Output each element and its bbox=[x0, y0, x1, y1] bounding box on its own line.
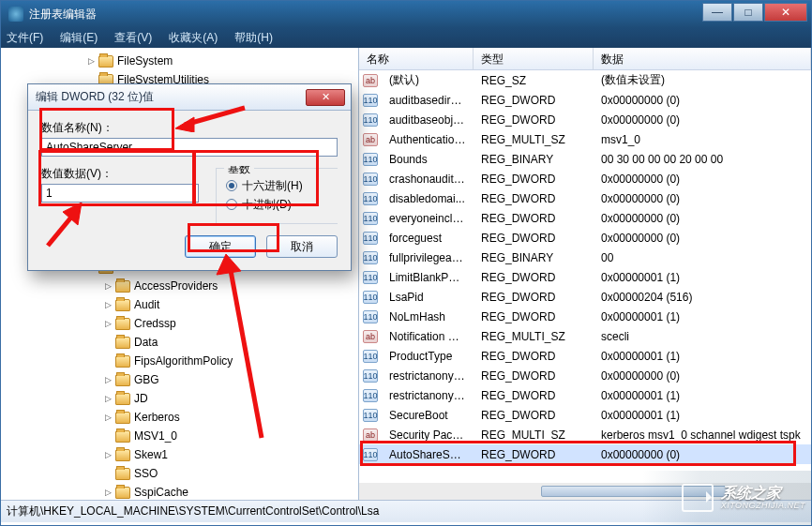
tree-item[interactable]: Data bbox=[1, 333, 358, 352]
menu-favorites[interactable]: 收藏夹(A) bbox=[169, 30, 218, 46]
tree-expander-icon[interactable] bbox=[102, 430, 113, 442]
tree-item[interactable]: ▷AccessProviders bbox=[1, 277, 358, 295]
col-data[interactable]: 数据 bbox=[594, 48, 811, 69]
tree-expander-icon[interactable]: ▷ bbox=[85, 55, 97, 67]
dialog-close-button[interactable]: ✕ bbox=[306, 89, 345, 106]
tree-expander-icon[interactable] bbox=[102, 468, 113, 479]
value-data-field[interactable] bbox=[41, 184, 199, 203]
value-row[interactable]: 110auditbasedirec...REG_DWORD0x00000000 … bbox=[359, 90, 811, 110]
col-type[interactable]: 类型 bbox=[474, 48, 594, 69]
tree-item[interactable]: SSO bbox=[1, 464, 358, 483]
value-row[interactable]: ab(默认)REG_SZ(数值未设置) bbox=[359, 70, 811, 90]
value-data: 0x00000000 (0) bbox=[594, 369, 811, 383]
tree-item[interactable]: ▷Audit bbox=[1, 295, 358, 314]
dialog-titlebar[interactable]: 编辑 DWORD (32 位)值 ✕ bbox=[28, 84, 351, 111]
col-name[interactable]: 名称 bbox=[359, 48, 474, 69]
value-type: REG_DWORD bbox=[474, 94, 594, 107]
value-row[interactable]: abSecurity Packa...REG_MULTI_SZkerberos … bbox=[359, 425, 811, 444]
titlebar[interactable]: 注册表编辑器 — □ ✕ bbox=[1, 1, 811, 27]
tree-expander-icon[interactable]: ▷ bbox=[102, 280, 113, 292]
menu-view[interactable]: 查看(V) bbox=[114, 30, 152, 46]
dialog-buttons: 确定 取消 bbox=[41, 224, 338, 258]
value-type: REG_DWORD bbox=[474, 310, 594, 323]
value-type: REG_MULTI_SZ bbox=[474, 133, 594, 146]
menubar: 文件(F) 编辑(E) 查看(V) 收藏夹(A) 帮助(H) bbox=[1, 27, 811, 48]
tree-item[interactable]: ▷FileSystem bbox=[1, 52, 358, 70]
value-row[interactable]: 110LsaPidREG_DWORD0x00000204 (516) bbox=[359, 287, 811, 307]
tree-item-label: JD bbox=[134, 392, 148, 405]
value-row[interactable]: 110ProductTypeREG_DWORD0x00000001 (1) bbox=[359, 346, 811, 366]
dword-value-icon: 110 bbox=[363, 291, 378, 304]
tree-item-label: SSO bbox=[134, 467, 158, 480]
value-row[interactable]: abAuthentication ...REG_MULTI_SZmsv1_0 bbox=[359, 129, 811, 149]
tree-item[interactable]: ▷Skew1 bbox=[1, 445, 358, 464]
tree-item[interactable]: ▷GBG bbox=[1, 370, 358, 389]
tree-item[interactable]: ▷Credssp bbox=[1, 314, 358, 333]
value-name: Notification Pa... bbox=[382, 330, 474, 343]
menu-edit[interactable]: 编辑(E) bbox=[60, 30, 98, 46]
value-name: SecureBoot bbox=[382, 409, 474, 422]
radio-dec[interactable]: 十进制(D) bbox=[226, 195, 329, 214]
regedit-window: 注册表编辑器 — □ ✕ 文件(F) 编辑(E) 查看(V) 收藏夹(A) 帮助… bbox=[0, 0, 812, 526]
maximize-button[interactable]: □ bbox=[733, 3, 763, 22]
value-row[interactable]: 110forceguestREG_DWORD0x00000000 (0) bbox=[359, 228, 811, 248]
value-row[interactable]: 110everyoneinclud...REG_DWORD0x00000000 … bbox=[359, 208, 811, 228]
minimize-button[interactable]: — bbox=[702, 3, 732, 22]
tree-item-label: MSV1_0 bbox=[134, 429, 177, 443]
tree-expander-icon[interactable]: ▷ bbox=[102, 318, 113, 329]
value-name-field[interactable] bbox=[41, 138, 338, 157]
tree-expander-icon[interactable]: ▷ bbox=[102, 374, 113, 385]
close-button[interactable]: ✕ bbox=[764, 3, 807, 22]
value-row[interactable]: 110crashonauditfailREG_DWORD0x00000000 (… bbox=[359, 169, 811, 188]
value-name: LimitBlankPass... bbox=[382, 271, 474, 284]
tree-item[interactable]: MSV1_0 bbox=[1, 427, 358, 445]
value-row[interactable]: 110NoLmHashREG_DWORD0x00000001 (1) bbox=[359, 307, 811, 326]
tree-item[interactable]: ▷SspiCache bbox=[1, 483, 358, 500]
string-value-icon: ab bbox=[363, 133, 378, 146]
folder-icon bbox=[115, 430, 130, 443]
tree-item[interactable]: ▷Kerberos bbox=[1, 408, 358, 427]
folder-icon bbox=[115, 374, 130, 386]
value-data: 00 30 00 00 00 20 00 00 bbox=[594, 153, 811, 166]
value-row[interactable]: 110disabledomai...REG_DWORD0x00000000 (0… bbox=[359, 188, 811, 208]
ok-button[interactable]: 确定 bbox=[185, 235, 256, 258]
value-data: 0x00000000 (0) bbox=[594, 232, 811, 245]
value-row[interactable]: 110restrictanonym...REG_DWORD0x00000000 … bbox=[359, 366, 811, 385]
tree-expander-icon[interactable] bbox=[102, 337, 113, 348]
value-row[interactable]: 110fullprivilegeau...REG_BINARY00 bbox=[359, 248, 811, 267]
menu-file[interactable]: 文件(F) bbox=[7, 30, 43, 46]
value-row[interactable]: 110BoundsREG_BINARY00 30 00 00 00 20 00 … bbox=[359, 149, 811, 169]
value-name: restrictanonym... bbox=[382, 369, 474, 383]
value-data: 0x00000000 (0) bbox=[594, 94, 811, 107]
value-type: REG_DWORD bbox=[474, 192, 594, 205]
value-type: REG_DWORD bbox=[474, 271, 594, 284]
tree-expander-icon[interactable]: ▷ bbox=[102, 449, 113, 460]
values-header[interactable]: 名称 类型 数据 bbox=[359, 48, 811, 70]
dialog-title: 编辑 DWORD (32 位)值 bbox=[36, 89, 306, 105]
string-value-icon: ab bbox=[363, 428, 378, 442]
tree-expander-icon[interactable]: ▷ bbox=[102, 412, 113, 423]
value-row[interactable]: 110restrictanonym...REG_DWORD0x00000001 … bbox=[359, 385, 811, 405]
value-data: 0x00000001 (1) bbox=[594, 310, 811, 323]
value-name: AutoShareServ... bbox=[382, 448, 474, 461]
radio-hex[interactable]: 十六进制(H) bbox=[226, 176, 329, 195]
string-value-icon: ab bbox=[363, 330, 378, 343]
tree-expander-icon[interactable]: ▷ bbox=[102, 487, 113, 498]
menu-help[interactable]: 帮助(H) bbox=[234, 30, 273, 46]
value-row[interactable]: 110AutoShareServ...REG_DWORD0x00000000 (… bbox=[359, 444, 811, 464]
value-row[interactable]: 110auditbaseobje...REG_DWORD0x00000000 (… bbox=[359, 110, 811, 129]
tree-item[interactable]: FipsAlgorithmPolicy bbox=[1, 352, 358, 370]
value-row[interactable]: abNotification Pa...REG_MULTI_SZscecli bbox=[359, 326, 811, 346]
tree-expander-icon[interactable] bbox=[102, 355, 113, 367]
value-data: 0x00000001 (1) bbox=[594, 271, 811, 284]
tree-expander-icon[interactable]: ▷ bbox=[102, 393, 113, 404]
dword-value-icon: 110 bbox=[363, 448, 378, 461]
value-type: REG_BINARY bbox=[474, 153, 594, 166]
folder-icon bbox=[115, 393, 130, 405]
value-row[interactable]: 110LimitBlankPass...REG_DWORD0x00000001 … bbox=[359, 267, 811, 287]
value-row[interactable]: 110SecureBootREG_DWORD0x00000001 (1) bbox=[359, 405, 811, 425]
cancel-button[interactable]: 取消 bbox=[266, 235, 338, 258]
values-list[interactable]: ab(默认)REG_SZ(数值未设置)110auditbasedirec...R… bbox=[359, 70, 811, 483]
tree-expander-icon[interactable]: ▷ bbox=[102, 299, 113, 310]
tree-item[interactable]: ▷JD bbox=[1, 389, 358, 408]
